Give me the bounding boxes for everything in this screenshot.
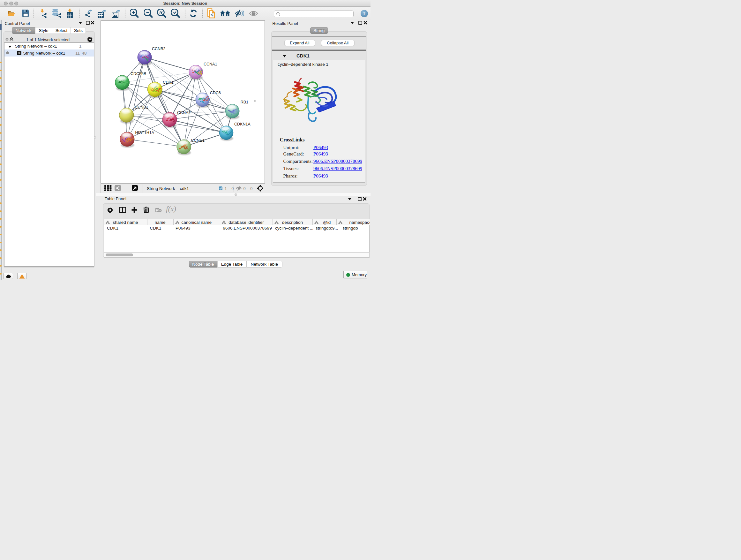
svg-text:CCNB2: CCNB2 <box>152 46 165 51</box>
svg-text:RB1: RB1 <box>240 100 248 105</box>
svg-text:HIST1H1A: HIST1H1A <box>135 131 154 135</box>
svg-text:CCNE1: CCNE1 <box>191 138 204 142</box>
svg-text:CCNA2: CCNA2 <box>177 111 191 115</box>
svg-text:CDC25B: CDC25B <box>130 71 146 76</box>
svg-text:CDC6: CDC6 <box>210 91 220 95</box>
svg-text:CDKN1A: CDKN1A <box>234 122 251 126</box>
svg-text:CCNB1: CCNB1 <box>135 105 148 109</box>
svg-text:CCNA1: CCNA1 <box>204 62 217 66</box>
svg-text:CDK1: CDK1 <box>163 80 173 84</box>
